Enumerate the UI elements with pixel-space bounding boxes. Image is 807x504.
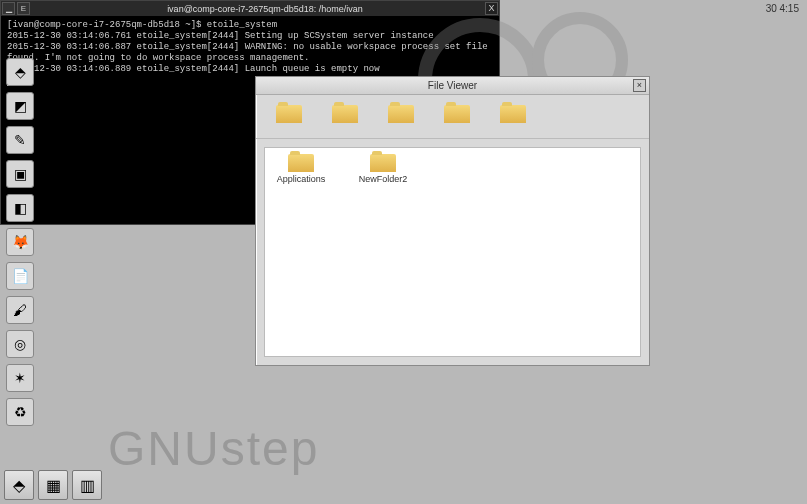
terminal-titlebar[interactable]: ▁ E ivan@comp-core-i7-2675qm-db5d18: /ho… <box>1 1 499 16</box>
folder-label: Applications <box>277 174 326 184</box>
imageviewer-app[interactable]: ◧ <box>6 194 34 222</box>
terminal-close-button[interactable]: X <box>485 2 498 15</box>
folder-icon <box>370 154 396 172</box>
recycle-app[interactable]: ♻ <box>6 398 34 426</box>
folder-label: NewFolder2 <box>359 174 408 184</box>
fileviewer-window: File Viewer × ApplicationsNewFolder2 <box>255 76 650 366</box>
terminal-title: ivan@comp-core-i7-2675qm-db5d18: /home/i… <box>31 4 499 14</box>
terminal-line: 2015-12-30 03:14:06.889 etoile_system[24… <box>7 64 493 75</box>
dock: ⬘◩✎▣◧🦊📄🖌◎✶♻ <box>6 58 34 426</box>
terminal-minimize-button[interactable]: ▁ <box>2 2 15 15</box>
gimp-app[interactable]: 🖌 <box>6 296 34 324</box>
fileviewer-title: File Viewer <box>256 80 649 91</box>
fileviewer-path-toolbar <box>256 95 649 139</box>
terminal-app[interactable]: ▣ <box>6 160 34 188</box>
firefox-app[interactable]: 🦊 <box>6 228 34 256</box>
path-segment-5[interactable] <box>498 105 528 129</box>
path-segment-4[interactable] <box>442 105 472 129</box>
folder-applications[interactable]: Applications <box>271 154 331 184</box>
path-segment-2[interactable] <box>330 105 360 129</box>
gnustep-watermark: GNUstep <box>108 421 319 476</box>
task-gnustep[interactable]: ⬘ <box>4 470 34 500</box>
path-segment-1[interactable] <box>274 105 304 129</box>
folder-icon <box>388 105 414 123</box>
folder-icon <box>444 105 470 123</box>
terminal-expand-button[interactable]: E <box>17 2 30 15</box>
folder-newfolder2[interactable]: NewFolder2 <box>353 154 413 184</box>
path-segment-3[interactable] <box>386 105 416 129</box>
workspace-app[interactable]: ◩ <box>6 92 34 120</box>
terminal-line: [ivan@comp-core-i7-2675qm-db5d18 ~]$ eto… <box>7 20 493 31</box>
clock: 30 4:15 <box>766 3 799 14</box>
fileviewer-close-button[interactable]: × <box>633 79 646 92</box>
fileviewer-body[interactable]: ApplicationsNewFolder2 <box>264 147 641 357</box>
terminal-line: 2015-12-30 03:14:06.761 etoile_system[24… <box>7 31 493 42</box>
fileviewer-titlebar[interactable]: File Viewer × <box>256 77 649 95</box>
etoile-app[interactable]: ✶ <box>6 364 34 392</box>
folder-icon <box>288 154 314 172</box>
gnustep-app[interactable]: ⬘ <box>6 58 34 86</box>
textedit-app[interactable]: 📄 <box>6 262 34 290</box>
taskbar: ⬘▦▥ <box>4 470 102 500</box>
folder-icon <box>500 105 526 123</box>
media-app[interactable]: ◎ <box>6 330 34 358</box>
task-terminal[interactable]: ▥ <box>72 470 102 500</box>
folder-icon <box>332 105 358 123</box>
task-fileviewer[interactable]: ▦ <box>38 470 68 500</box>
terminal-line: 2015-12-30 03:14:06.887 etoile_system[24… <box>7 42 493 64</box>
preferences-app[interactable]: ✎ <box>6 126 34 154</box>
folder-icon <box>276 105 302 123</box>
